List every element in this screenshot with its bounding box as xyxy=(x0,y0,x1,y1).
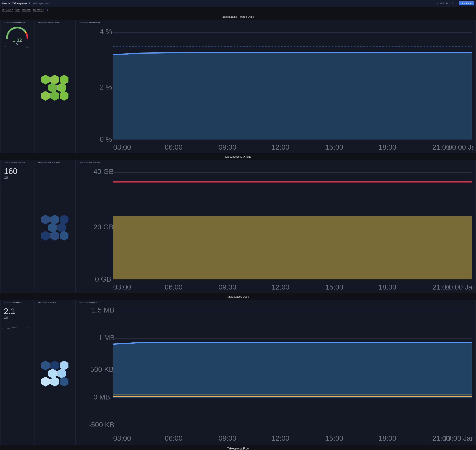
filter-tbs-name[interactable]: tbs_name * xyxy=(33,9,44,12)
clock-icon: ⏱ xyxy=(437,2,439,5)
time-range-label: -24h xyxy=(440,2,444,5)
section-used-header: Tablespaces Used xyxy=(0,293,476,300)
filter-host[interactable]: host * xyxy=(15,9,20,12)
svg-text:21:00: 21:00 xyxy=(432,143,450,151)
hex-grid-lightblue xyxy=(41,361,68,386)
svg-text:18:00: 18:00 xyxy=(379,434,396,442)
svg-text:500 KB: 500 KB xyxy=(90,365,114,373)
hex-cell xyxy=(41,231,50,241)
hex-grid-blue xyxy=(41,215,68,241)
chart-area: 1.5 MB 1 MB 500 KB 0 MB -500 KB 03:00 06… xyxy=(78,305,473,444)
section-max-size-panels: Tablespaces Max Size (GB) 160 GB Tablesp… xyxy=(0,160,476,293)
app-header: Oracle - Tablespaces ⬆ All changes saved… xyxy=(0,0,476,7)
sparkline-svg xyxy=(3,325,30,330)
chart-svg: 40 GB 20 GB 0 GB 03:00 06:00 09:00 12:00… xyxy=(78,165,473,291)
gauge-panel: Tablespaces Percent Used 1.32 % 0 100 xyxy=(0,20,34,153)
gauge-panel-title: Tablespaces Percent Used xyxy=(3,22,32,24)
hex-cell xyxy=(41,91,50,101)
hex-row-3 xyxy=(41,377,68,386)
gauge-container: 1.32 % 0 100 xyxy=(3,25,32,48)
svg-text:09:00: 09:00 xyxy=(219,434,236,442)
gauge-min: 0 xyxy=(6,46,6,48)
svg-text:1 MB: 1 MB xyxy=(98,334,115,342)
svg-text:40 GB: 40 GB xyxy=(93,168,114,176)
stat-value: 2.1 xyxy=(4,307,15,315)
chart-svg: 1.5 MB 1 MB 500 KB 0 MB -500 KB 03:00 06… xyxy=(78,305,473,443)
gauge-svg xyxy=(6,26,29,39)
stat-max-size: Tablespaces Max Size (GB) 160 GB xyxy=(0,160,34,293)
section-percent-used-panels: Tablespaces Percent Used 1.32 % 0 100 Ta… xyxy=(0,20,476,153)
hex-row-1 xyxy=(41,361,68,370)
hexmap-title: Tablespaces Used (MB) xyxy=(37,302,56,303)
hexmap-used: Tablespaces Used (MB) xyxy=(35,300,75,445)
svg-text:12:00: 12:00 xyxy=(272,434,289,442)
save-status: All changes saved xyxy=(32,2,437,5)
hex-grid-green xyxy=(41,75,68,101)
gauge-value: 1.32 xyxy=(13,37,22,43)
stat-title: Tablespaces Used (MB) xyxy=(3,302,32,303)
svg-text:18:00: 18:00 xyxy=(379,143,396,151)
stat-unit: GB xyxy=(4,176,8,180)
svg-text:06:00: 06:00 xyxy=(165,143,182,151)
hexmap-title: Tablespaces Max Size (GB) xyxy=(37,161,60,164)
more-btn[interactable]: ⋮ xyxy=(455,2,458,5)
stat-used: Tablespaces Used (MB) 2.1 GB xyxy=(0,300,34,445)
ts-title: Tablespaces Used (MB) xyxy=(78,302,473,303)
hex-cell xyxy=(50,91,59,101)
ts-title: Tablespaces Percent Used xyxy=(78,22,473,24)
chart-area: 4 % 2 % 0 % 03:00 06:00 09:00 12:00 15:0… xyxy=(78,25,473,152)
stat-title: Tablespaces Max Size (GB) xyxy=(3,161,32,164)
hex-cell xyxy=(50,377,59,386)
stat-value: 160 xyxy=(4,167,18,175)
filter-label: db_cluster xyxy=(2,9,11,11)
svg-text:06:00: 06:00 xyxy=(165,434,182,442)
svg-text:20 GB: 20 GB xyxy=(93,223,114,231)
add-filter-button[interactable]: + xyxy=(46,8,49,12)
hex-cell xyxy=(60,377,68,386)
filter-value: * xyxy=(12,9,13,11)
filter-instance[interactable]: instance * xyxy=(22,9,31,12)
chart-svg: 4 % 2 % 0 % 03:00 06:00 09:00 12:00 15:0… xyxy=(78,25,473,151)
add-panel-button[interactable]: Add Panel xyxy=(459,1,474,6)
svg-text:12:00: 12:00 xyxy=(272,143,289,151)
svg-text:15:00: 15:00 xyxy=(325,434,343,442)
share-icon[interactable]: ⬆ xyxy=(29,2,30,5)
page-title: Oracle - Tablespaces xyxy=(2,2,27,5)
section-free-header: Tablespaces Free xyxy=(0,445,476,450)
svg-text:-500 KB: -500 KB xyxy=(89,421,114,429)
svg-text:2 %: 2 % xyxy=(100,83,112,91)
svg-text:06:00: 06:00 xyxy=(165,283,182,291)
hex-cell xyxy=(41,377,50,386)
time-range-btn[interactable]: ⏱ -24h xyxy=(437,2,444,5)
filter-db-cluster[interactable]: db_cluster * xyxy=(2,9,13,12)
hex-cell xyxy=(60,91,68,101)
svg-text:12:00: 12:00 xyxy=(272,283,289,291)
refresh-btn[interactable]: ↻ ▾ xyxy=(446,2,450,5)
hexmap-title: Tablespaces Percent Used xyxy=(37,22,59,24)
svg-text:00:00 Jan 13: 00:00 Jan 13 xyxy=(443,434,473,442)
hex-cell xyxy=(60,231,68,241)
section-max-size-header: Tablespaces Max Size xyxy=(0,153,476,160)
big-stat: 160 GB xyxy=(3,165,32,181)
hexmap-percent-used: Tablespaces Percent Used xyxy=(35,20,75,153)
timeseries-max-size: Tablespaces Max Size (GB) 40 GB 20 GB 0 … xyxy=(75,160,476,293)
hex-row-1 xyxy=(41,75,68,84)
hex-cell xyxy=(50,231,59,241)
filter-value: * xyxy=(30,9,31,11)
filter-bar: db_cluster * host * instance * tbs_name … xyxy=(0,7,476,13)
svg-text:0 GB: 0 GB xyxy=(95,275,111,283)
svg-text:00:00 Jan 13: 00:00 Jan 13 xyxy=(448,143,473,151)
svg-text:09:00: 09:00 xyxy=(219,143,236,151)
gauge-labels: 0 100 xyxy=(6,46,29,48)
timeseries-percent-used: Tablespaces Percent Used 4 % 2 % 0 % 03:… xyxy=(75,20,476,153)
gauge-unit: % xyxy=(16,43,18,46)
svg-text:03:00: 03:00 xyxy=(113,434,131,442)
filter-btn[interactable]: ⚙ xyxy=(452,2,453,5)
svg-text:0 %: 0 % xyxy=(100,135,112,143)
svg-text:1.5 MB: 1.5 MB xyxy=(92,306,114,314)
svg-text:15:00: 15:00 xyxy=(325,283,343,291)
chart-area: 40 GB 20 GB 0 GB 03:00 06:00 09:00 12:00… xyxy=(78,165,473,291)
filter-value: * xyxy=(19,9,20,11)
ts-title: Tablespaces Max Size (GB) xyxy=(78,161,473,164)
svg-text:0 MB: 0 MB xyxy=(93,393,110,401)
